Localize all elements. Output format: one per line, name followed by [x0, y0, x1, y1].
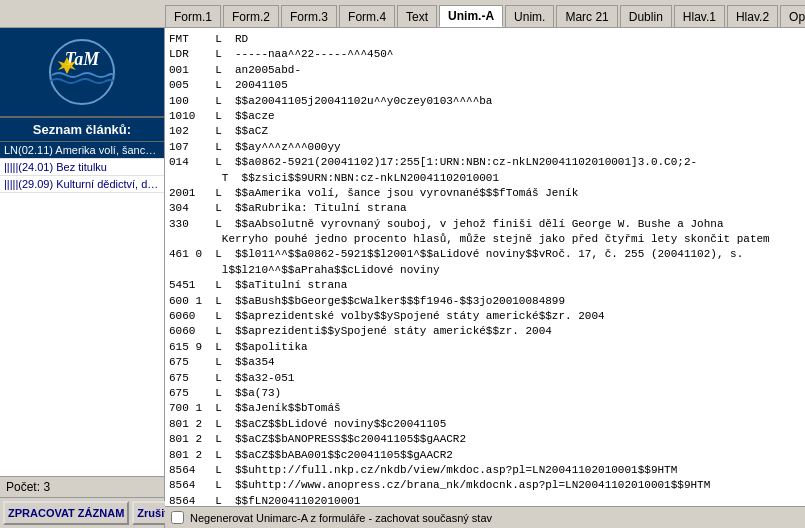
tab-dublin[interactable]: Dublin: [620, 5, 672, 27]
content-area: FMT L RDLDR L -----naa^^22-----^^^450^00…: [165, 28, 805, 528]
tab-form-2[interactable]: Form.2: [223, 5, 279, 27]
text-line: 600 1 L $$aBush$$bGeorge$$cWalker$$$f194…: [169, 294, 801, 309]
text-line: 461 0 L $$l011^^$$a0862-5921$$l2001^$$aL…: [169, 247, 801, 262]
pocet-label: Počet:: [6, 480, 40, 494]
main-area: TaM Seznam článků: LN(02.11) Amerika vol…: [0, 28, 805, 528]
text-line: 6060 L $$aprezidenti$$ySpojené státy ame…: [169, 324, 801, 339]
tab-unim-[interactable]: Unim.: [505, 5, 554, 27]
text-line: 8564 L $$uhttp://www.anopress.cz/brana_n…: [169, 478, 801, 493]
checkbox-label: Negenerovat Unimarc-A z formuláře - zach…: [190, 512, 492, 524]
tab-text[interactable]: Text: [397, 5, 437, 27]
text-line: 102 L $$aCZ: [169, 124, 801, 139]
text-line: T $$zsici$$9URN:NBN:cz-nkLN2004110201000…: [169, 171, 801, 186]
text-line: FMT L RD: [169, 32, 801, 47]
text-line: 2001 L $$aAmerika volí, šance jsou vyrov…: [169, 186, 801, 201]
pocet-bar: Počet: 3: [0, 476, 164, 497]
logo-svg: TaM: [22, 37, 142, 107]
bottom-buttons: ZPRACOVAT ZÁZNAMZrušit záznamOdeslat dat…: [0, 497, 164, 528]
tab-hlav-2[interactable]: Hlav.2: [727, 5, 778, 27]
tab-opravy[interactable]: Opravy: [780, 5, 805, 27]
text-line: Kerryho pouhé jedno procento hlasů, může…: [169, 232, 801, 247]
article-item[interactable]: LN(02.11) Amerika volí, šance jsou v: [0, 142, 164, 159]
sidebar: TaM Seznam článků: LN(02.11) Amerika vol…: [0, 28, 165, 528]
text-line: 700 1 L $$aJeník$$bTomáš: [169, 401, 801, 416]
text-line: 001 L an2005abd-: [169, 63, 801, 78]
text-line: 5451 L $$aTitulní strana: [169, 278, 801, 293]
unimarc-checkbox[interactable]: [171, 511, 184, 524]
text-line: l$$l210^^$$aPraha$$cLidové noviny: [169, 263, 801, 278]
text-line: 6060 L $$aprezidentské volby$$ySpojené s…: [169, 309, 801, 324]
article-item[interactable]: |||||(29.09) Kulturní dědictví, digitali…: [0, 176, 164, 193]
text-line: 801 2 L $$aCZ$$bLidové noviny$$c20041105: [169, 417, 801, 432]
logo-area: TaM: [0, 28, 164, 118]
tab-marc-21[interactable]: Marc 21: [556, 5, 617, 27]
text-line: 304 L $$aRubrika: Titulní strana: [169, 201, 801, 216]
article-item[interactable]: |||||(24.01) Bez titulku: [0, 159, 164, 176]
text-line: 1010 L $$acze: [169, 109, 801, 124]
text-line: LDR L -----naa^^22-----^^^450^: [169, 47, 801, 62]
tab-unim--a[interactable]: Unim.-A: [439, 5, 503, 27]
text-line: 100 L $$a20041105j20041102u^^y0czey0103^…: [169, 94, 801, 109]
tab-form-3[interactable]: Form.3: [281, 5, 337, 27]
text-line: 801 2 L $$aCZ$$bABA001$$c20041105$$gAACR…: [169, 448, 801, 463]
checkbox-row: Negenerovat Unimarc-A z formuláře - zach…: [165, 506, 805, 528]
text-line: 675 L $$a32-051: [169, 371, 801, 386]
text-line: 801 2 L $$aCZ$$bANOPRESS$$c20041105$$gAA…: [169, 432, 801, 447]
text-line: 005 L 20041105: [169, 78, 801, 93]
seznam-label: Seznam článků:: [0, 118, 164, 142]
text-line: 8564 L $$fLN20041102010001: [169, 494, 801, 506]
text-line: 615 9 L $$apolitika: [169, 340, 801, 355]
tab-form-4[interactable]: Form.4: [339, 5, 395, 27]
tab-bar: Form.1Form.2Form.3Form.4TextUnim.-AUnim.…: [0, 0, 805, 28]
pocet-value: 3: [43, 480, 50, 494]
text-line: 675 L $$a(73): [169, 386, 801, 401]
text-display[interactable]: FMT L RDLDR L -----naa^^22-----^^^450^00…: [165, 28, 805, 506]
process-record-button[interactable]: ZPRACOVAT ZÁZNAM: [3, 501, 129, 525]
tab-form-1[interactable]: Form.1: [165, 5, 221, 27]
text-line: 330 L $$aAbsolutně vyrovnaný souboj, v j…: [169, 217, 801, 232]
text-line: 107 L $$ay^^^z^^^000yy: [169, 140, 801, 155]
text-line: 8564 L $$uhttp://full.nkp.cz/nkdb/view/m…: [169, 463, 801, 478]
tab-hlav-1[interactable]: Hlav.1: [674, 5, 725, 27]
text-line: 675 L $$a354: [169, 355, 801, 370]
articles-list: LN(02.11) Amerika volí, šance jsou v||||…: [0, 142, 164, 476]
text-line: 014 L $$a0862-5921(20041102)17:255[1:URN…: [169, 155, 801, 170]
